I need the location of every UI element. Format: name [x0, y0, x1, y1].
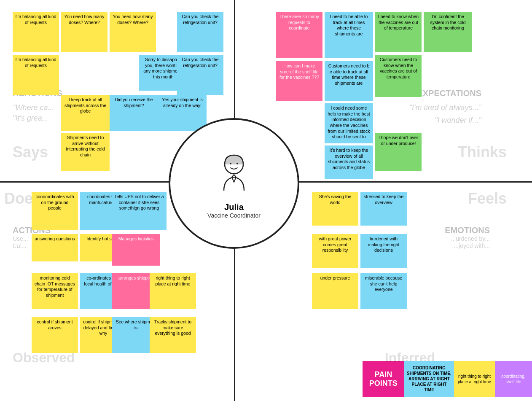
note-hard-overview: It's hard to keep the overview of all sh… — [325, 145, 373, 179]
burdened-label: ...urdened by... — [451, 235, 490, 242]
note-stressed: stressed to keep the overview — [360, 192, 407, 226]
note-shelf-life: How can I make sure of the shelf life fo… — [276, 61, 322, 101]
note-great-power: with great power comes great responsibil… — [312, 234, 358, 268]
note-cold-chain: monitoring cold chain IOT messages for t… — [32, 273, 78, 309]
note-under-pressure: under pressure — [312, 273, 358, 309]
pain-points-bar: PAIN POINTS COORDINATING SHIPMENTS ON TI… — [363, 361, 532, 397]
note-check-ref-1: Can you check the refrigeration unit? — [177, 12, 223, 52]
note-yes-shipment: Yes your shipment is already on the way! — [158, 95, 207, 131]
pain-note-coordinating: COORDINATING SHIPMENTS ON TIME, ARRIVING… — [404, 361, 454, 397]
quote-great: "It's grea... — [13, 114, 48, 123]
note-confident: I'm confident the system in the cold cha… — [424, 12, 472, 52]
note-right-thing-actions: right thing to right place at right time — [150, 273, 196, 309]
quote-where: "Where ca... — [13, 103, 54, 112]
note-control-shipment: control if shipment arrives — [32, 317, 78, 353]
note-burdened: burdened with making the right decisions — [360, 234, 407, 268]
persona-name: Julia — [224, 202, 244, 212]
note-doses-2: You need how many doses? Where? — [110, 12, 156, 52]
cal-label: Cal... — [13, 242, 27, 249]
note-track-all-times: I need to be able to track at all times … — [325, 12, 373, 58]
note-balancing-2: I'm balancing all kind of requests — [13, 55, 59, 95]
note-receive: Did you receive the shipment? — [110, 95, 158, 131]
note-check-ref-2: Can you check the refrigeration unit? — [177, 55, 223, 95]
quote-wonder: "I wonder if..." — [435, 116, 481, 125]
persona-role: Vaccine Coordinator — [207, 212, 261, 219]
note-manages-logistics: Manages logistics — [112, 234, 160, 266]
note-keep-track: I keep track of all shipments across the… — [61, 95, 110, 131]
use-label: Use... — [13, 235, 28, 242]
note-know-temp: I need to know when the vaccines are out… — [375, 12, 422, 52]
note-saving-world: She's saving the world — [312, 192, 358, 226]
thinks-label: Thinks — [458, 143, 507, 161]
says-label: Says — [13, 143, 48, 161]
note-coordinates-ground: cooorordinates with on the ground people — [32, 192, 78, 230]
note-balancing-1: I'm balancing all kind of requests — [13, 12, 59, 52]
svg-point-1 — [230, 163, 231, 164]
note-over-under: I hope we don't over or under produce! — [375, 133, 422, 171]
svg-point-2 — [236, 163, 238, 164]
note-customers-temp: Customers need to know when the vaccines… — [375, 55, 422, 97]
pain-points-label: PAIN POINTS — [363, 361, 404, 397]
note-answering: answering questions — [32, 234, 78, 261]
note-doses-1: You need how many doses? Where? — [61, 12, 107, 52]
note-shipments-arrive: Shipments need to arrive without interru… — [61, 133, 110, 171]
note-tells-ups: Tells UPS not to deliver a container if … — [112, 192, 167, 230]
joyed-label: ...joyed with... — [454, 242, 490, 249]
emotions-label: EMOTIONS — [445, 226, 490, 235]
expectations-label: EXPECTATIONS — [417, 89, 481, 98]
note-informed-decision: I could need some help to make the best … — [325, 103, 373, 143]
pain-note-coordinating-shelf: coordinating, shelf life — [495, 361, 532, 397]
note-miserable: miserable because she can't help everyon… — [360, 273, 407, 309]
persona-circle: Julia Vaccine Coordinator — [169, 118, 299, 249]
note-many-requests: There aree so many requests to coordinat… — [276, 12, 322, 58]
quote-tired: "I'm tired of always..." — [409, 103, 481, 112]
note-tracks-shipment: Tracks shipment to make sure everything … — [150, 317, 196, 353]
pain-note-right-thing: right thing to right place at right time — [454, 361, 495, 397]
note-customers-track: Customers need to b e able to track at a… — [325, 61, 373, 101]
avatar-icon — [209, 148, 259, 199]
feels-label: Feels — [468, 190, 507, 207]
